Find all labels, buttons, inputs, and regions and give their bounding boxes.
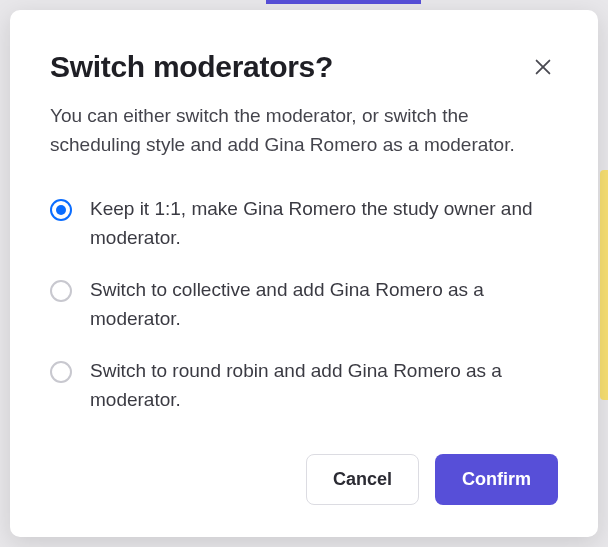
modal-footer: Cancel Confirm — [50, 430, 558, 505]
option-collective[interactable]: Switch to collective and add Gina Romero… — [50, 276, 558, 333]
radio-input[interactable] — [50, 280, 72, 302]
radio-input[interactable] — [50, 199, 72, 221]
option-label: Switch to collective and add Gina Romero… — [90, 276, 558, 333]
option-keep-1-1[interactable]: Keep it 1:1, make Gina Romero the study … — [50, 195, 558, 252]
close-button[interactable] — [528, 52, 558, 82]
cancel-button[interactable]: Cancel — [306, 454, 419, 505]
close-icon — [532, 56, 554, 78]
backdrop-accent — [266, 0, 421, 4]
option-round-robin[interactable]: Switch to round robin and add Gina Romer… — [50, 357, 558, 414]
radio-input[interactable] — [50, 361, 72, 383]
modal-description: You can either switch the moderator, or … — [50, 102, 550, 159]
option-label: Keep it 1:1, make Gina Romero the study … — [90, 195, 558, 252]
modal-title: Switch moderators? — [50, 50, 333, 84]
options-group: Keep it 1:1, make Gina Romero the study … — [50, 195, 558, 414]
option-label: Switch to round robin and add Gina Romer… — [90, 357, 558, 414]
switch-moderators-modal: Switch moderators? You can either switch… — [10, 10, 598, 537]
confirm-button[interactable]: Confirm — [435, 454, 558, 505]
backdrop-accent-side — [600, 170, 608, 400]
modal-header: Switch moderators? — [50, 50, 558, 84]
